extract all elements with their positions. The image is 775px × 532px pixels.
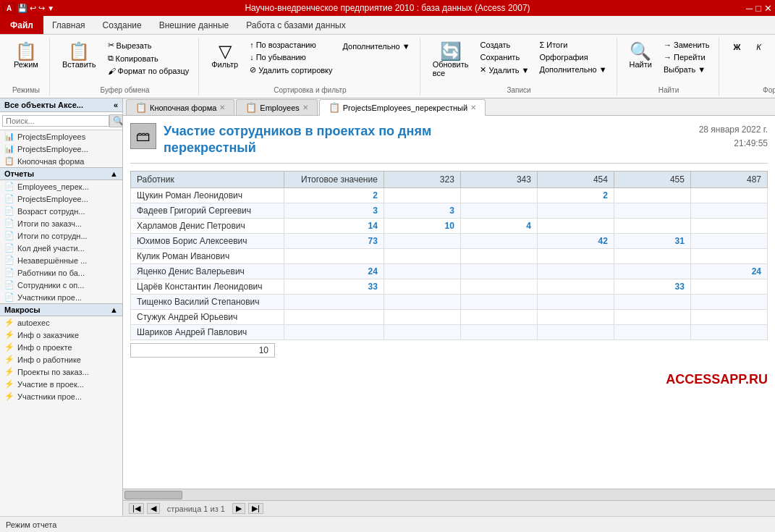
quick-access-redo[interactable]: ↪ [38,4,45,13]
restore-btn[interactable]: □ [755,3,761,14]
minimize-btn[interactable]: ─ [746,3,753,14]
ribbon-btn-totals[interactable]: Σ Итоги [535,39,610,51]
menu-bar: Файл Главная Создание Внешние данные Раб… [0,16,775,35]
horizontal-scrollbar[interactable] [123,489,775,500]
cell-value [384,294,460,309]
ribbon-group-records: 🔄 Обновитьвсе Создать Сохранить ✕Удалить… [422,38,617,96]
nav-item-age[interactable]: 📄 Возраст сотрудн... [0,205,122,217]
quick-access-save[interactable]: 💾 [17,4,27,13]
cell-value: 2 [537,187,614,203]
ribbon-btn-remove-sort[interactable]: ⊘Удалить сортировку [246,64,336,76]
nav-item-workers[interactable]: 📄 Работники по ба... [0,266,122,279]
report-icon-8: 📄 [4,268,14,277]
table-row: Юхимов Борис Алексеевич734231 [131,233,768,248]
menu-create[interactable]: Создание [94,16,151,34]
ribbon-btn-save[interactable]: Сохранить [476,51,533,63]
ribbon-btn-format[interactable]: 🖌Формат по образцу [104,65,193,77]
tab-employees[interactable]: 📋 Employees ✕ [236,99,317,115]
filter-icon: ▽ [219,43,232,60]
nav-item-macro-project[interactable]: ⚡ Инф о проекте [0,341,122,353]
nav-item-employees-perek[interactable]: 📄 Employees_перек... [0,180,122,193]
tab-close-1[interactable]: ✕ [219,104,225,111]
nav-item-emp-exp[interactable]: 📄 Сотрудники с оп... [0,279,122,291]
ribbon-btn-bold[interactable]: Ж [727,39,747,55]
report-icon-6: 📄 [4,243,14,253]
nav-item-projectsemployee2[interactable]: 📊 ProjectsEmployee... [0,143,122,155]
close-btn[interactable]: ✕ [764,3,772,14]
ribbon-btn-advanced[interactable]: Дополнительно ▼ [339,41,414,52]
ribbon-btn-select[interactable]: Выбрать ▼ [660,64,713,75]
nav-item-participants[interactable]: 📄 Участники прое... [0,291,122,303]
menu-db[interactable]: Работа с базами данных [237,16,354,34]
nav-section-reports[interactable]: Отчеты ▲ [0,167,122,180]
ribbon-btn-find[interactable]: 🔍 Найти [624,39,657,72]
nav-search-input[interactable] [2,115,109,127]
nav-item-emp-total[interactable]: 📄 Итоги по сотрудн... [0,229,122,242]
format-icon: 🖌 [108,67,116,75]
quick-access-undo[interactable]: ↩ [30,4,36,13]
scroll-thumb[interactable] [124,491,182,499]
ribbon-btn-mode[interactable]: 📋 Режим [9,39,43,72]
ribbon-btn-delete[interactable]: ✕Удалить ▼ [476,64,533,76]
ribbon-btn-replace[interactable]: → Заменить [660,39,713,51]
nav-item-projects-emp[interactable]: 📄 ProjectsEmployee... [0,193,122,205]
nav-item-macro-participation[interactable]: ⚡ Участие в проек... [0,378,122,390]
ribbon-btn-refresh[interactable]: 🔄 Обновитьвсе [428,39,474,81]
menu-external[interactable]: Внешние данные [151,16,238,34]
ribbon-btn-paste[interactable]: 📋 Вставить [57,39,101,72]
ribbon-btn-spell[interactable]: Орфография [535,51,610,63]
tab-projects-employees[interactable]: 📋 ProjectsEmployees_перекрестный ✕ [319,99,486,116]
nav-search-button[interactable]: 🔍 [109,114,123,127]
last-page-btn[interactable]: ▶| [248,503,263,514]
cell-name: Царёв Константин Леонидович [131,279,284,294]
ribbon-btn-create[interactable]: Создать [476,39,533,51]
main-layout: Все объекты Акce... « 🔍 📊 ProjectsEmploy… [0,98,775,516]
page-footer: |◀ ◀ страница 1 из 1 ▶ ▶| [123,500,775,516]
menu-home[interactable]: Главная [43,16,94,34]
tab-close-3[interactable]: ✕ [470,104,476,111]
next-page-btn[interactable]: ▶ [232,503,245,514]
nav-item-projectsemployees[interactable]: 📊 ProjectsEmployees [0,130,122,143]
cell-value: 33 [614,279,690,294]
nav-item-knopochnaya[interactable]: 📋 Кнопочная форма [0,155,122,167]
nav-item-orders[interactable]: 📄 Итоги по заказч... [0,217,122,229]
quick-access-dropdown[interactable]: ▼ [47,4,54,12]
page-nav: |◀ ◀ страница 1 из 1 ▶ ▶| [129,503,263,514]
footer-input[interactable] [130,343,275,358]
ribbon-btn-underline[interactable]: Ч [770,39,775,55]
nav-item-macro-customer[interactable]: ⚡ Инф о заказчике [0,329,122,341]
nav-collapse-icon[interactable]: « [114,101,118,109]
tab-close-2[interactable]: ✕ [302,104,308,111]
ribbon-btn-filter[interactable]: ▽ Фильтр [206,39,243,72]
first-page-btn[interactable]: |◀ [129,503,144,514]
ribbon-btn-asc[interactable]: ↑По возрастанию [246,39,336,51]
nav-section-macros[interactable]: Макросы ▲ [0,303,122,316]
ribbon-group-clipboard: 📋 Вставить ✂Вырезать ⧉Копировать 🖌Формат… [51,38,199,96]
tab-knopochnaya[interactable]: 📋 Кнопочная форма ✕ [126,99,234,115]
cell-value [614,263,690,279]
cell-value [690,218,767,233]
ribbon-btn-cut[interactable]: ✂Вырезать [104,39,193,51]
nav-item-macro-members[interactable]: ⚡ Участники прое... [0,390,122,402]
file-menu-btn[interactable]: Файл [0,16,43,34]
ribbon-btn-goto[interactable]: → Перейти [660,51,713,63]
nav-item-macro-projects-cust[interactable]: ⚡ Проекты по заказ... [0,366,122,378]
nav-item-autoexec[interactable]: ⚡ autoexec [0,316,122,329]
title-bar: A 💾 ↩ ↪ ▼ Научно-внедренческое предприят… [0,0,775,16]
ribbon-btn-copy[interactable]: ⧉Копировать [104,52,193,64]
ribbon-btn-more[interactable]: Дополнительно ▼ [535,64,610,75]
cell-value [690,294,767,309]
nav-item-days[interactable]: 📄 Кол дней участи... [0,242,122,254]
prev-page-btn[interactable]: ◀ [147,503,160,514]
ribbon-btn-desc[interactable]: ↓По убыванию [246,51,336,63]
ribbon: 📋 Режим Режимы 📋 Вставить ✂Вырезать ⧉Коп… [0,35,775,98]
tab-icon-3: 📋 [329,102,340,113]
ribbon-btn-italic[interactable]: К [748,39,768,55]
nav-item-macro-worker[interactable]: ⚡ Инф о работнике [0,353,122,366]
records-small-btns: Создать Сохранить ✕Удалить ▼ [476,39,533,76]
nav-header[interactable]: Все объекты Акce... « [0,98,122,112]
nav-item-unfinished[interactable]: 📄 Незавершённые ... [0,254,122,266]
cell-value [384,233,460,248]
report-icon-1: 📄 [4,182,14,191]
form-icon: 📋 [4,156,14,166]
